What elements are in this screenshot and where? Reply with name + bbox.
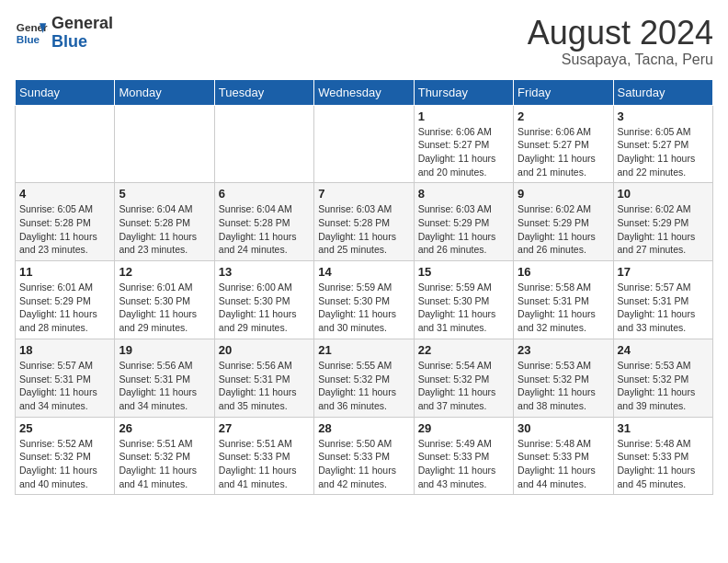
- svg-text:Blue: Blue: [17, 33, 40, 45]
- day-number: 22: [418, 343, 509, 357]
- day-number: 31: [618, 421, 709, 435]
- calendar-cell: 24Sunrise: 5:53 AM Sunset: 5:32 PM Dayli…: [613, 339, 712, 417]
- calendar-cell: [115, 105, 214, 183]
- day-info: Sunrise: 5:54 AM Sunset: 5:32 PM Dayligh…: [418, 359, 509, 413]
- day-number: 14: [318, 265, 409, 279]
- day-number: 4: [19, 187, 110, 201]
- calendar-cell: 1Sunrise: 6:06 AM Sunset: 5:27 PM Daylig…: [414, 105, 513, 183]
- day-info: Sunrise: 5:51 AM Sunset: 5:32 PM Dayligh…: [119, 437, 210, 491]
- day-number: 10: [618, 187, 709, 201]
- day-info: Sunrise: 6:06 AM Sunset: 5:27 PM Dayligh…: [518, 125, 609, 179]
- subtitle: Susapaya, Tacna, Peru: [528, 52, 713, 68]
- calendar-cell: 16Sunrise: 5:58 AM Sunset: 5:31 PM Dayli…: [514, 261, 613, 339]
- calendar-cell: 15Sunrise: 5:59 AM Sunset: 5:30 PM Dayli…: [414, 261, 513, 339]
- calendar-cell: 22Sunrise: 5:54 AM Sunset: 5:32 PM Dayli…: [414, 339, 513, 417]
- day-number: 17: [618, 265, 709, 279]
- day-info: Sunrise: 5:50 AM Sunset: 5:33 PM Dayligh…: [318, 437, 409, 491]
- day-number: 13: [219, 265, 310, 279]
- calendar-cell: 10Sunrise: 6:02 AM Sunset: 5:29 PM Dayli…: [613, 183, 712, 261]
- calendar-cell: 3Sunrise: 6:05 AM Sunset: 5:27 PM Daylig…: [613, 105, 712, 183]
- day-number: 30: [518, 421, 609, 435]
- day-info: Sunrise: 5:52 AM Sunset: 5:32 PM Dayligh…: [19, 437, 110, 491]
- calendar-week-row: 25Sunrise: 5:52 AM Sunset: 5:32 PM Dayli…: [16, 417, 713, 495]
- day-info: Sunrise: 6:05 AM Sunset: 5:27 PM Dayligh…: [618, 125, 709, 179]
- calendar-week-row: 11Sunrise: 6:01 AM Sunset: 5:29 PM Dayli…: [16, 261, 713, 339]
- weekday-header: Wednesday: [314, 79, 414, 105]
- day-number: 15: [418, 265, 509, 279]
- day-number: 19: [119, 343, 210, 357]
- calendar-cell: 20Sunrise: 5:56 AM Sunset: 5:31 PM Dayli…: [214, 339, 313, 417]
- main-title: August 2024: [528, 15, 713, 52]
- calendar-cell: 29Sunrise: 5:49 AM Sunset: 5:33 PM Dayli…: [414, 417, 513, 495]
- day-number: 9: [518, 187, 609, 201]
- calendar-cell: 23Sunrise: 5:53 AM Sunset: 5:32 PM Dayli…: [514, 339, 613, 417]
- day-info: Sunrise: 5:51 AM Sunset: 5:33 PM Dayligh…: [219, 437, 310, 491]
- day-number: 27: [219, 421, 310, 435]
- calendar-cell: 6Sunrise: 6:04 AM Sunset: 5:28 PM Daylig…: [214, 183, 313, 261]
- day-number: 6: [219, 187, 310, 201]
- day-number: 25: [19, 421, 110, 435]
- day-info: Sunrise: 5:58 AM Sunset: 5:31 PM Dayligh…: [518, 281, 609, 335]
- calendar-cell: 17Sunrise: 5:57 AM Sunset: 5:31 PM Dayli…: [613, 261, 712, 339]
- day-number: 2: [518, 109, 609, 123]
- day-info: Sunrise: 5:55 AM Sunset: 5:32 PM Dayligh…: [318, 359, 409, 413]
- calendar-cell: 18Sunrise: 5:57 AM Sunset: 5:31 PM Dayli…: [16, 339, 115, 417]
- day-number: 28: [318, 421, 409, 435]
- calendar-cell: 5Sunrise: 6:04 AM Sunset: 5:28 PM Daylig…: [115, 183, 214, 261]
- day-number: 8: [418, 187, 509, 201]
- day-number: 7: [318, 187, 409, 201]
- day-number: 3: [618, 109, 709, 123]
- day-info: Sunrise: 5:59 AM Sunset: 5:30 PM Dayligh…: [318, 281, 409, 335]
- day-number: 20: [219, 343, 310, 357]
- title-block: August 2024 Susapaya, Tacna, Peru: [528, 15, 713, 68]
- day-info: Sunrise: 5:53 AM Sunset: 5:32 PM Dayligh…: [618, 359, 709, 413]
- day-number: 11: [19, 265, 110, 279]
- day-number: 5: [119, 187, 210, 201]
- day-info: Sunrise: 5:49 AM Sunset: 5:33 PM Dayligh…: [418, 437, 509, 491]
- day-info: Sunrise: 5:59 AM Sunset: 5:30 PM Dayligh…: [418, 281, 509, 335]
- day-info: Sunrise: 6:02 AM Sunset: 5:29 PM Dayligh…: [518, 202, 609, 257]
- calendar-cell: 12Sunrise: 6:01 AM Sunset: 5:30 PM Dayli…: [115, 261, 214, 339]
- day-info: Sunrise: 6:01 AM Sunset: 5:29 PM Dayligh…: [19, 281, 110, 335]
- calendar-week-row: 4Sunrise: 6:05 AM Sunset: 5:28 PM Daylig…: [16, 183, 713, 261]
- day-info: Sunrise: 6:02 AM Sunset: 5:29 PM Dayligh…: [618, 202, 709, 257]
- day-number: 29: [418, 421, 509, 435]
- day-info: Sunrise: 6:05 AM Sunset: 5:28 PM Dayligh…: [19, 202, 110, 257]
- weekday-header: Monday: [115, 79, 214, 105]
- calendar-cell: 21Sunrise: 5:55 AM Sunset: 5:32 PM Dayli…: [314, 339, 414, 417]
- day-number: 12: [119, 265, 210, 279]
- day-number: 26: [119, 421, 210, 435]
- day-info: Sunrise: 6:04 AM Sunset: 5:28 PM Dayligh…: [119, 202, 210, 257]
- page-header: General Blue General Blue August 2024 Su…: [15, 15, 713, 68]
- day-number: 18: [19, 343, 110, 357]
- calendar-week-row: 18Sunrise: 5:57 AM Sunset: 5:31 PM Dayli…: [16, 339, 713, 417]
- day-info: Sunrise: 6:03 AM Sunset: 5:29 PM Dayligh…: [418, 202, 509, 257]
- day-number: 23: [518, 343, 609, 357]
- day-info: Sunrise: 6:04 AM Sunset: 5:28 PM Dayligh…: [219, 202, 310, 257]
- weekday-header: Thursday: [414, 79, 513, 105]
- day-info: Sunrise: 5:57 AM Sunset: 5:31 PM Dayligh…: [618, 281, 709, 335]
- calendar-cell: 11Sunrise: 6:01 AM Sunset: 5:29 PM Dayli…: [16, 261, 115, 339]
- weekday-header: Tuesday: [214, 79, 313, 105]
- logo-icon: General Blue: [15, 17, 48, 50]
- calendar-cell: 31Sunrise: 5:48 AM Sunset: 5:33 PM Dayli…: [613, 417, 712, 495]
- day-info: Sunrise: 6:01 AM Sunset: 5:30 PM Dayligh…: [119, 281, 210, 335]
- calendar-cell: 13Sunrise: 6:00 AM Sunset: 5:30 PM Dayli…: [214, 261, 313, 339]
- calendar-cell: [214, 105, 313, 183]
- calendar-cell: [16, 105, 115, 183]
- calendar-cell: 26Sunrise: 5:51 AM Sunset: 5:32 PM Dayli…: [115, 417, 214, 495]
- calendar-header-row: SundayMondayTuesdayWednesdayThursdayFrid…: [16, 79, 713, 105]
- day-info: Sunrise: 5:53 AM Sunset: 5:32 PM Dayligh…: [518, 359, 609, 413]
- day-info: Sunrise: 5:57 AM Sunset: 5:31 PM Dayligh…: [19, 359, 110, 413]
- calendar-cell: 25Sunrise: 5:52 AM Sunset: 5:32 PM Dayli…: [16, 417, 115, 495]
- calendar-cell: 2Sunrise: 6:06 AM Sunset: 5:27 PM Daylig…: [514, 105, 613, 183]
- weekday-header: Friday: [514, 79, 613, 105]
- day-info: Sunrise: 5:48 AM Sunset: 5:33 PM Dayligh…: [518, 437, 609, 491]
- logo: General Blue General Blue: [15, 15, 113, 52]
- day-info: Sunrise: 6:03 AM Sunset: 5:28 PM Dayligh…: [318, 202, 409, 257]
- calendar-cell: 4Sunrise: 6:05 AM Sunset: 5:28 PM Daylig…: [16, 183, 115, 261]
- day-info: Sunrise: 5:56 AM Sunset: 5:31 PM Dayligh…: [219, 359, 310, 413]
- calendar-cell: 7Sunrise: 6:03 AM Sunset: 5:28 PM Daylig…: [314, 183, 414, 261]
- calendar-week-row: 1Sunrise: 6:06 AM Sunset: 5:27 PM Daylig…: [16, 105, 713, 183]
- calendar-cell: 9Sunrise: 6:02 AM Sunset: 5:29 PM Daylig…: [514, 183, 613, 261]
